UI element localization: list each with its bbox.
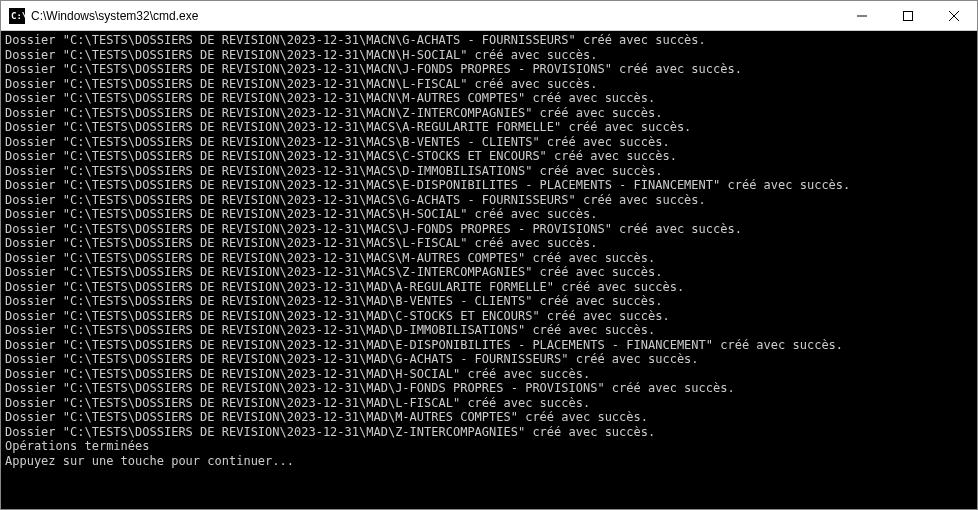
console-line: Dossier "C:\TESTS\DOSSIERS DE REVISION\2… [5,294,973,309]
console-line: Dossier "C:\TESTS\DOSSIERS DE REVISION\2… [5,91,973,106]
console-line: Dossier "C:\TESTS\DOSSIERS DE REVISION\2… [5,338,973,353]
close-button[interactable] [931,1,977,31]
console-line: Dossier "C:\TESTS\DOSSIERS DE REVISION\2… [5,396,973,411]
console-line: Dossier "C:\TESTS\DOSSIERS DE REVISION\2… [5,120,973,135]
console-line: Dossier "C:\TESTS\DOSSIERS DE REVISION\2… [5,410,973,425]
console-line: Dossier "C:\TESTS\DOSSIERS DE REVISION\2… [5,222,973,237]
titlebar-title: C:\Windows\system32\cmd.exe [31,1,839,31]
console-line: Dossier "C:\TESTS\DOSSIERS DE REVISION\2… [5,367,973,382]
cmd-icon: C:\ [9,8,25,24]
console-line: Dossier "C:\TESTS\DOSSIERS DE REVISION\2… [5,381,973,396]
console-line: Dossier "C:\TESTS\DOSSIERS DE REVISION\2… [5,265,973,280]
console-line: Opérations terminées [5,439,973,454]
console-line: Dossier "C:\TESTS\DOSSIERS DE REVISION\2… [5,164,973,179]
console-line: Dossier "C:\TESTS\DOSSIERS DE REVISION\2… [5,62,973,77]
console-line: Dossier "C:\TESTS\DOSSIERS DE REVISION\2… [5,77,973,92]
console-line: Dossier "C:\TESTS\DOSSIERS DE REVISION\2… [5,149,973,164]
console-line: Dossier "C:\TESTS\DOSSIERS DE REVISION\2… [5,236,973,251]
console-line: Dossier "C:\TESTS\DOSSIERS DE REVISION\2… [5,207,973,222]
cmd-window: C:\ C:\Windows\system32\cmd.exe Dossier … [0,0,978,510]
window-controls [839,1,977,30]
console-output[interactable]: Dossier "C:\TESTS\DOSSIERS DE REVISION\2… [1,31,977,509]
console-line: Appuyez sur une touche pour continuer... [5,454,973,469]
console-line: Dossier "C:\TESTS\DOSSIERS DE REVISION\2… [5,352,973,367]
console-line: Dossier "C:\TESTS\DOSSIERS DE REVISION\2… [5,135,973,150]
console-line: Dossier "C:\TESTS\DOSSIERS DE REVISION\2… [5,251,973,266]
maximize-button[interactable] [885,1,931,31]
minimize-button[interactable] [839,1,885,31]
console-line: Dossier "C:\TESTS\DOSSIERS DE REVISION\2… [5,425,973,440]
console-line: Dossier "C:\TESTS\DOSSIERS DE REVISION\2… [5,48,973,63]
titlebar[interactable]: C:\ C:\Windows\system32\cmd.exe [1,1,977,31]
console-line: Dossier "C:\TESTS\DOSSIERS DE REVISION\2… [5,33,973,48]
svg-rect-3 [904,12,913,21]
console-line: Dossier "C:\TESTS\DOSSIERS DE REVISION\2… [5,193,973,208]
console-line: Dossier "C:\TESTS\DOSSIERS DE REVISION\2… [5,280,973,295]
console-line: Dossier "C:\TESTS\DOSSIERS DE REVISION\2… [5,309,973,324]
console-line: Dossier "C:\TESTS\DOSSIERS DE REVISION\2… [5,323,973,338]
console-line: Dossier "C:\TESTS\DOSSIERS DE REVISION\2… [5,178,973,193]
svg-text:C:\: C:\ [11,11,25,21]
console-line: Dossier "C:\TESTS\DOSSIERS DE REVISION\2… [5,106,973,121]
